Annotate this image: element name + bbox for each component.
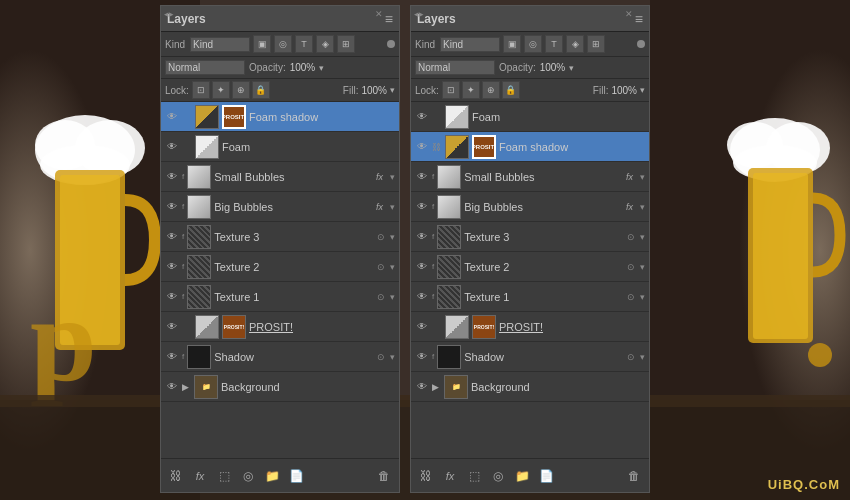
right-footer-fx[interactable]: fx bbox=[441, 467, 459, 485]
right-lock-pixel[interactable]: ⊡ bbox=[442, 81, 460, 99]
right-layer-big-bubbles[interactable]: 👁 f Big Bubbles fx ▾ bbox=[411, 192, 649, 222]
left-eye-2[interactable]: 👁 bbox=[165, 170, 179, 184]
right-footer-smartfilter[interactable]: ◎ bbox=[489, 467, 507, 485]
left-shape-icon[interactable]: ◈ bbox=[316, 35, 334, 53]
left-footer-link[interactable]: ⛓ bbox=[167, 467, 185, 485]
left-chev-8[interactable]: ▾ bbox=[390, 352, 395, 362]
left-layer-texture2[interactable]: 👁 f Texture 2 ⊙ ▾ bbox=[161, 252, 399, 282]
right-eye-0[interactable]: 👁 bbox=[415, 110, 429, 124]
right-kind-select[interactable]: Kind bbox=[440, 37, 500, 52]
right-fill-chevron[interactable]: ▾ bbox=[640, 85, 645, 95]
left-eye-3[interactable]: 👁 bbox=[165, 200, 179, 214]
left-eye-8[interactable]: 👁 bbox=[165, 350, 179, 364]
left-eye-4[interactable]: 👁 bbox=[165, 230, 179, 244]
right-eye-9[interactable]: 👁 bbox=[415, 380, 429, 394]
right-layer-background[interactable]: 👁 ▶ 📁 Background bbox=[411, 372, 649, 402]
right-chev-8[interactable]: ▾ bbox=[640, 352, 645, 362]
left-layer-texture3[interactable]: 👁 f Texture 3 ⊙ ▾ bbox=[161, 222, 399, 252]
right-chev-5[interactable]: ▾ bbox=[640, 262, 645, 272]
right-type-icon[interactable]: T bbox=[545, 35, 563, 53]
right-opacity-chevron[interactable]: ▾ bbox=[569, 63, 574, 73]
left-footer-newlayer[interactable]: 📄 bbox=[287, 467, 305, 485]
left-eye-0[interactable]: 👁 bbox=[165, 110, 179, 124]
left-eye-5[interactable]: 👁 bbox=[165, 260, 179, 274]
left-layer-background[interactable]: 👁 ▶ 📁 Background bbox=[161, 372, 399, 402]
left-layers-list[interactable]: 👁 PROSIT! Foam shadow 👁 Foam bbox=[161, 102, 399, 458]
right-layer-small-bubbles[interactable]: 👁 f Small Bubbles fx ▾ bbox=[411, 162, 649, 192]
right-footer-folder[interactable]: 📁 bbox=[513, 467, 531, 485]
right-layer-texture2[interactable]: 👁 f Texture 2 ⊙ ▾ bbox=[411, 252, 649, 282]
left-adjust-icon[interactable]: ◎ bbox=[274, 35, 292, 53]
right-lock-all[interactable]: 🔒 bbox=[502, 81, 520, 99]
resize-handle-right[interactable]: ✕ bbox=[375, 9, 383, 19]
right-shape-icon[interactable]: ◈ bbox=[566, 35, 584, 53]
left-expand-9[interactable]: ▶ bbox=[182, 382, 189, 392]
left-smart-icon[interactable]: ⊞ bbox=[337, 35, 355, 53]
right-footer-link[interactable]: ⛓ bbox=[417, 467, 435, 485]
right-eye-5[interactable]: 👁 bbox=[415, 260, 429, 274]
left-opacity-chevron[interactable]: ▾ bbox=[319, 63, 324, 73]
right-eye-4[interactable]: 👁 bbox=[415, 230, 429, 244]
left-pixel-icon[interactable]: ▣ bbox=[253, 35, 271, 53]
left-type-icon[interactable]: T bbox=[295, 35, 313, 53]
right-layer-texture3[interactable]: 👁 f Texture 3 ⊙ ▾ bbox=[411, 222, 649, 252]
left-lock-artboard[interactable]: ⊕ bbox=[232, 81, 250, 99]
left-blend-select[interactable]: Normal bbox=[165, 60, 245, 75]
left-chev-2[interactable]: ▾ bbox=[390, 172, 395, 182]
left-footer-trash[interactable]: 🗑 bbox=[375, 467, 393, 485]
left-eye-6[interactable]: 👁 bbox=[165, 290, 179, 304]
left-kind-select[interactable]: Kind bbox=[190, 37, 250, 52]
right-panel-menu-icon[interactable]: ≡ bbox=[635, 11, 643, 27]
right-chev-6[interactable]: ▾ bbox=[640, 292, 645, 302]
left-lock-all[interactable]: 🔒 bbox=[252, 81, 270, 99]
right-eye-1[interactable]: 👁 bbox=[415, 140, 429, 154]
left-layer-small-bubbles[interactable]: 👁 f Small Bubbles fx ▾ bbox=[161, 162, 399, 192]
right-blend-select[interactable]: Normal bbox=[415, 60, 495, 75]
right-expand-9[interactable]: ▶ bbox=[432, 382, 439, 392]
right-eye-6[interactable]: 👁 bbox=[415, 290, 429, 304]
left-eye-7[interactable]: 👁 bbox=[165, 320, 179, 334]
left-footer-mask[interactable]: ⬚ bbox=[215, 467, 233, 485]
right-footer-mask[interactable]: ⬚ bbox=[465, 467, 483, 485]
right-chev-4[interactable]: ▾ bbox=[640, 232, 645, 242]
left-lock-move[interactable]: ✦ bbox=[212, 81, 230, 99]
left-footer-fx[interactable]: fx bbox=[191, 467, 209, 485]
right-layers-list[interactable]: 👁 Foam 👁 ⛓ PROSIT! Foam shadow bbox=[411, 102, 649, 458]
right-layer-foam-shadow[interactable]: 👁 ⛓ PROSIT! Foam shadow bbox=[411, 132, 649, 162]
right-eye-7[interactable]: 👁 bbox=[415, 320, 429, 334]
left-eye-1[interactable]: 👁 bbox=[165, 140, 179, 154]
right-layer-texture1[interactable]: 👁 f Texture 1 ⊙ ▾ bbox=[411, 282, 649, 312]
left-panel-menu-icon[interactable]: ≡ bbox=[385, 11, 393, 27]
right-chev-2[interactable]: ▾ bbox=[640, 172, 645, 182]
right-layer-shadow[interactable]: 👁 f Shadow ⊙ ▾ bbox=[411, 342, 649, 372]
left-layer-big-bubbles[interactable]: 👁 f Big Bubbles fx ▾ bbox=[161, 192, 399, 222]
right-footer-newlayer[interactable]: 📄 bbox=[537, 467, 555, 485]
right-layer-foam[interactable]: 👁 Foam bbox=[411, 102, 649, 132]
left-chev-5[interactable]: ▾ bbox=[390, 262, 395, 272]
right-pixel-icon[interactable]: ▣ bbox=[503, 35, 521, 53]
left-footer-folder[interactable]: 📁 bbox=[263, 467, 281, 485]
left-chev-3[interactable]: ▾ bbox=[390, 202, 395, 212]
left-chev-6[interactable]: ▾ bbox=[390, 292, 395, 302]
resize-handle-right-r[interactable]: ✕ bbox=[625, 9, 633, 19]
resize-handle-left-r[interactable]: ◂▸ bbox=[414, 9, 424, 19]
right-chev-3[interactable]: ▾ bbox=[640, 202, 645, 212]
left-layer-texture1[interactable]: 👁 f Texture 1 ⊙ ▾ bbox=[161, 282, 399, 312]
right-eye-2[interactable]: 👁 bbox=[415, 170, 429, 184]
left-layer-shadow[interactable]: 👁 f Shadow ⊙ ▾ bbox=[161, 342, 399, 372]
right-eye-3[interactable]: 👁 bbox=[415, 200, 429, 214]
right-footer-trash[interactable]: 🗑 bbox=[625, 467, 643, 485]
right-lock-move[interactable]: ✦ bbox=[462, 81, 480, 99]
right-eye-8[interactable]: 👁 bbox=[415, 350, 429, 364]
left-layer-foam-shadow[interactable]: 👁 PROSIT! Foam shadow bbox=[161, 102, 399, 132]
right-smart-icon[interactable]: ⊞ bbox=[587, 35, 605, 53]
left-lock-pixel[interactable]: ⊡ bbox=[192, 81, 210, 99]
right-lock-artboard[interactable]: ⊕ bbox=[482, 81, 500, 99]
left-layer-foam[interactable]: 👁 Foam bbox=[161, 132, 399, 162]
right-adjust-icon[interactable]: ◎ bbox=[524, 35, 542, 53]
left-eye-9[interactable]: 👁 bbox=[165, 380, 179, 394]
resize-handle-left[interactable]: ◂▸ bbox=[164, 9, 174, 19]
left-footer-smartfilter[interactable]: ◎ bbox=[239, 467, 257, 485]
left-chev-4[interactable]: ▾ bbox=[390, 232, 395, 242]
left-fill-chevron[interactable]: ▾ bbox=[390, 85, 395, 95]
